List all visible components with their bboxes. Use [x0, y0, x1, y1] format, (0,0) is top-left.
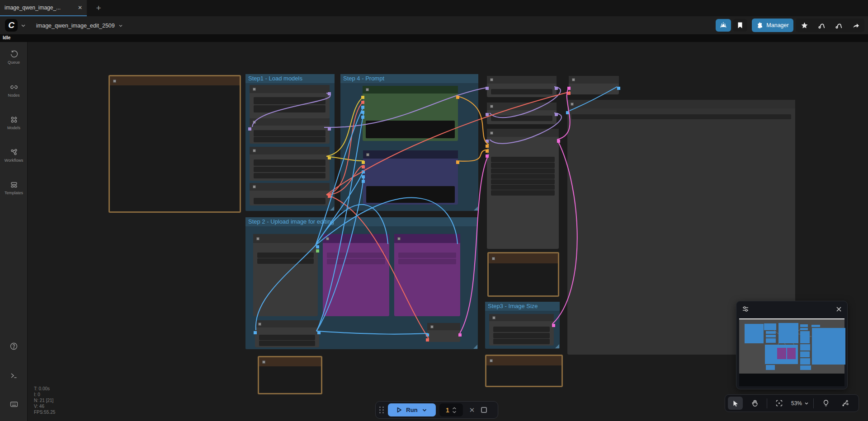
node-widget[interactable]: [254, 167, 326, 172]
ksampler-node[interactable]: [487, 129, 559, 249]
zoom-level-menu[interactable]: 53%: [791, 400, 809, 407]
hint-button[interactable]: [818, 397, 833, 410]
input-port-red[interactable]: [361, 101, 364, 104]
node-widget[interactable]: [493, 339, 550, 344]
node-widget[interactable]: [254, 159, 326, 166]
node-title-bar[interactable]: [427, 323, 460, 330]
run-button[interactable]: Run: [388, 403, 436, 416]
input-port-blue[interactable]: [426, 333, 429, 337]
node-title-bar[interactable]: [323, 234, 389, 243]
new-tab-button[interactable]: +: [93, 2, 104, 14]
star-button[interactable]: [801, 22, 808, 29]
loader-node-3[interactable]: [250, 147, 330, 181]
canvas-toggle-button[interactable]: [716, 19, 731, 32]
node-title-bar[interactable]: [255, 320, 319, 327]
model-patch-node-2[interactable]: [487, 103, 557, 124]
sidebar-item-workflows[interactable]: Workflows: [0, 148, 28, 163]
node-widget[interactable]: [254, 137, 326, 142]
node-widget[interactable]: [254, 198, 326, 204]
node-title-bar[interactable]: [363, 86, 458, 94]
node-widget[interactable]: [259, 335, 315, 340]
node-widget[interactable]: [493, 327, 550, 332]
workflow-tab[interactable]: image_qwen_image_... ✕: [0, 0, 87, 16]
loader-node-2[interactable]: [250, 118, 330, 144]
node-title-bar[interactable]: [250, 183, 330, 191]
collapse-dot[interactable]: [430, 325, 434, 328]
node-widget[interactable]: [254, 97, 326, 104]
vae-decode-node[interactable]: [569, 76, 619, 94]
output-port-yellow[interactable]: [328, 156, 331, 159]
collapse-dot[interactable]: [113, 80, 116, 83]
negative-prompt-node[interactable]: [363, 150, 458, 205]
node-widget[interactable]: [259, 341, 315, 346]
hook-button-2[interactable]: [835, 22, 843, 29]
node-widget[interactable]: [491, 168, 555, 173]
share-button[interactable]: [852, 22, 860, 29]
sidebar-item-models[interactable]: Models: [0, 116, 28, 130]
load-image-node[interactable]: [253, 234, 318, 316]
loader-node-1[interactable]: [250, 85, 330, 118]
output-port-purple[interactable]: [328, 92, 331, 95]
preview-node-left[interactable]: [108, 75, 241, 213]
collapse-dot[interactable]: [490, 105, 493, 108]
output-port-orange[interactable]: [456, 96, 459, 99]
logo-chevron-icon[interactable]: [21, 23, 26, 28]
output-port-green[interactable]: [316, 249, 319, 253]
pan-tool-button[interactable]: [747, 397, 762, 410]
group-title[interactable]: Step1 - Load models: [245, 74, 335, 83]
prompt-textarea[interactable]: [366, 121, 455, 138]
node-widget[interactable]: [398, 259, 456, 264]
node-title-bar[interactable]: [489, 253, 558, 263]
stop-button[interactable]: [481, 407, 487, 413]
input-port-purple[interactable]: [486, 140, 489, 143]
node-title-bar[interactable]: [569, 76, 619, 84]
output-port-purple[interactable]: [328, 127, 331, 131]
minimap-settings-button[interactable]: [742, 305, 749, 313]
node-title-bar[interactable]: [567, 100, 795, 108]
group-title[interactable]: Step3 - Image Size: [485, 302, 560, 311]
group-resize-handle[interactable]: [473, 345, 477, 349]
positive-prompt-node[interactable]: [363, 86, 458, 141]
input-port-purple[interactable]: [486, 113, 489, 116]
collapse-dot[interactable]: [253, 185, 256, 188]
preview-node-mid[interactable]: [487, 252, 559, 297]
sidebar-item-terminal[interactable]: [0, 371, 28, 380]
node-widget[interactable]: [398, 253, 456, 258]
batch-count-input[interactable]: 1: [439, 403, 463, 416]
collapse-dot[interactable]: [258, 323, 261, 326]
node-title-bar[interactable]: [250, 147, 330, 154]
output-port-blue[interactable]: [317, 331, 321, 334]
collapse-dot[interactable]: [253, 121, 256, 124]
collapse-dot[interactable]: [490, 131, 493, 135]
node-widget[interactable]: [257, 258, 314, 264]
collapse-dot[interactable]: [262, 360, 265, 364]
toggle-links-button[interactable]: [838, 397, 853, 410]
minimap-viewport[interactable]: [739, 318, 844, 375]
preview-node-bottom-mid[interactable]: [485, 355, 563, 387]
group-title[interactable]: Step 2 - Upload image for editing: [245, 217, 478, 226]
input-port-yellow[interactable]: [362, 161, 365, 164]
node-widget[interactable]: [571, 114, 791, 119]
collapse-dot[interactable]: [253, 88, 256, 91]
vae-encode-node[interactable]: [427, 323, 460, 342]
node-title-bar[interactable]: [250, 118, 330, 126]
output-port-orange[interactable]: [456, 161, 459, 164]
input-port-blue[interactable]: [566, 111, 569, 114]
manager-button[interactable]: Manager: [752, 19, 793, 32]
node-widget[interactable]: [491, 185, 555, 190]
tab-close-icon[interactable]: ✕: [78, 5, 82, 11]
output-port-blue[interactable]: [617, 87, 620, 90]
group-resize-handle[interactable]: [555, 344, 559, 348]
input-port-red[interactable]: [362, 165, 365, 168]
hook-button-1[interactable]: [818, 22, 826, 29]
sidebar-item-nodes[interactable]: Nodes: [0, 83, 28, 98]
input-port-red[interactable]: [567, 92, 571, 95]
node-widget[interactable]: [327, 253, 385, 258]
node-widget[interactable]: [491, 89, 552, 94]
sidebar-item-queue[interactable]: Queue: [0, 50, 28, 65]
node-title-bar[interactable]: [487, 76, 557, 84]
image-scale-node[interactable]: [255, 320, 319, 347]
node-widget[interactable]: [327, 259, 385, 264]
collapse-dot[interactable]: [397, 237, 401, 240]
output-port-purple[interactable]: [555, 113, 558, 116]
